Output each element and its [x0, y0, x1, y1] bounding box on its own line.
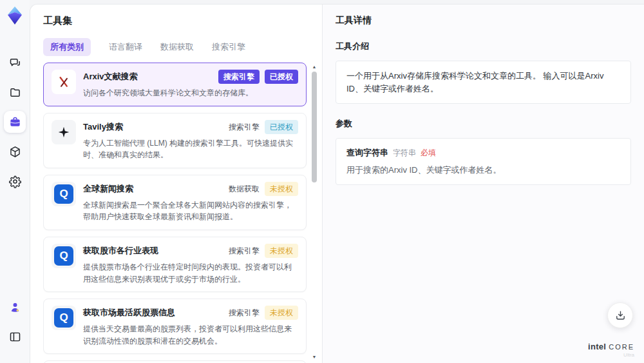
tool-name: 获取市场最活跃股票信息: [83, 306, 229, 319]
intro-heading: 工具介绍: [336, 41, 631, 52]
param-type: 字符串: [393, 148, 416, 159]
download-icon: [614, 309, 627, 322]
param-name: 查询字符串: [346, 147, 388, 159]
category-tabs: 所有类别 语言翻译 数据获取 搜索引擎: [43, 38, 322, 56]
intel-brand-text: intel: [588, 342, 606, 351]
tab-all-categories[interactable]: 所有类别: [43, 38, 91, 56]
scroll-up-icon[interactable]: ▲: [310, 64, 318, 70]
app-logo-icon[interactable]: [5, 5, 25, 26]
user-icon[interactable]: [4, 296, 26, 318]
tool-card[interactable]: Q全球新闻搜索数据获取未授权全球新闻搜索是一个聚合全球各大新闻网站内容的搜索引擎…: [43, 175, 307, 230]
core-brand-text: CORE: [609, 343, 634, 351]
tab-language-translation[interactable]: 语言翻译: [109, 38, 142, 56]
nav-rail: [0, 0, 30, 363]
briefcase-icon[interactable]: [4, 111, 26, 133]
cube-icon[interactable]: [4, 141, 26, 162]
scrollbar-thumb[interactable]: [312, 72, 317, 182]
tool-description: 全球新闻搜索是一个聚合全球各大新闻网站内容的搜索引擎，帮助用户快速获取全球最新资…: [83, 199, 298, 223]
tool-auth-badge: 未授权: [265, 306, 298, 320]
panel-toggle-icon[interactable]: [4, 326, 26, 348]
main-content: 工具集 所有类别 语言翻译 数据获取 搜索引擎 Arxiv文献搜索搜索引擎已授权…: [30, 4, 644, 363]
param-box: 查询字符串 字符串 必填 用于搜索的Arxiv ID、关键字或作者姓名。: [336, 138, 631, 185]
q-logo-icon: Q: [52, 182, 76, 206]
tool-name: Tavily搜索: [83, 120, 229, 133]
star-icon: [52, 120, 76, 144]
param-description: 用于搜索的Arxiv ID、关键字或作者姓名。: [346, 164, 620, 176]
intel-core-logo: intel CORE Ultra: [588, 342, 634, 358]
tool-description: 提供股票市场各个行业在特定时间段内的表现。投资者可以利用这些信息来识别表现优于或…: [83, 261, 298, 285]
intro-box: 一个用于从Arxiv存储库搜索科学论文和文章的工具。 输入可以是Arxiv ID…: [336, 61, 631, 104]
params-heading: 参数: [336, 118, 631, 130]
tool-description: 提供当天交易量最高的股票列表，投资者可以利用这些信息来识别流动性强的股票和潜在的…: [83, 323, 298, 347]
tool-name: Arxiv文献搜索: [83, 70, 218, 83]
scrollbar[interactable]: ▲ ▼: [310, 64, 318, 360]
gear-icon[interactable]: [4, 170, 26, 192]
tool-card[interactable]: Q获取市场最活跃股票信息搜索引擎未授权提供当天交易量最高的股票列表，投资者可以利…: [43, 299, 307, 354]
tool-auth-badge: 未授权: [265, 244, 298, 258]
ultra-brand-text: Ultra: [588, 352, 634, 358]
tool-auth-badge: 已授权: [265, 70, 298, 84]
tool-card[interactable]: Q获取股市各行业表现搜索引擎未授权提供股票市场各个行业在特定时间段内的表现。投资…: [43, 237, 307, 292]
tool-details-panel: 工具详情 工具介绍 一个用于从Arxiv存储库搜索科学论文和文章的工具。 输入可…: [323, 5, 644, 363]
tool-list: Arxiv文献搜索搜索引擎已授权访问各个研究领域大量科学论文和文章的存储库。Ta…: [43, 63, 307, 363]
app-window: 工具集 所有类别 语言翻译 数据获取 搜索引擎 Arxiv文献搜索搜索引擎已授权…: [0, 0, 644, 363]
tool-category-badge: 数据获取: [229, 182, 260, 196]
tool-category-badge: 搜索引擎: [229, 120, 260, 134]
scroll-down-icon[interactable]: ▼: [310, 354, 318, 360]
folder-icon[interactable]: [4, 81, 26, 103]
tool-name: 获取股市各行业表现: [83, 244, 229, 257]
chat-icon[interactable]: [4, 52, 26, 74]
q-logo-icon: Q: [52, 306, 76, 330]
download-button[interactable]: [607, 302, 633, 328]
tool-card[interactable]: Tavily搜索搜索引擎已授权专为人工智能代理 (LLM) 构建的搜索引擎工具。…: [43, 113, 307, 168]
intro-text: 一个用于从Arxiv存储库搜索科学论文和文章的工具。 输入可以是Arxiv ID…: [346, 70, 620, 95]
tool-category-badge: 搜索引擎: [229, 306, 260, 320]
tool-name: 全球新闻搜索: [83, 182, 229, 195]
tools-panel: 工具集 所有类别 语言翻译 数据获取 搜索引擎 Arxiv文献搜索搜索引擎已授权…: [30, 5, 322, 363]
tab-data-fetch[interactable]: 数据获取: [160, 38, 194, 56]
page-title: 工具集: [43, 15, 322, 27]
tool-card[interactable]: Arxiv文献搜索搜索引擎已授权访问各个研究领域大量科学论文和文章的存储库。: [43, 63, 307, 106]
q-logo-icon: Q: [52, 244, 76, 268]
tab-search-engine[interactable]: 搜索引擎: [212, 38, 245, 56]
param-required-badge: 必填: [421, 148, 436, 159]
tool-description: 访问各个研究领域大量科学论文和文章的存储库。: [83, 87, 298, 99]
tool-auth-badge: 已授权: [265, 120, 298, 134]
details-title: 工具详情: [336, 15, 631, 26]
tool-auth-badge: 未授权: [265, 182, 298, 196]
tool-category-badge: 搜索引擎: [218, 70, 260, 84]
tool-description: 专为人工智能代理 (LLM) 构建的搜索引擎工具。可快速提供实时、准确和真实的结…: [83, 137, 298, 161]
arxiv-logo-icon: [52, 70, 76, 94]
tool-list-container: Arxiv文献搜索搜索引擎已授权访问各个研究领域大量科学论文和文章的存储库。Ta…: [43, 63, 322, 363]
tool-card[interactable]: 万维地区新闻查询搜索引擎未授权查询具体行政区划内的新闻，快速了解各地新闻动: [43, 360, 307, 363]
tool-category-badge: 搜索引擎: [229, 244, 260, 258]
